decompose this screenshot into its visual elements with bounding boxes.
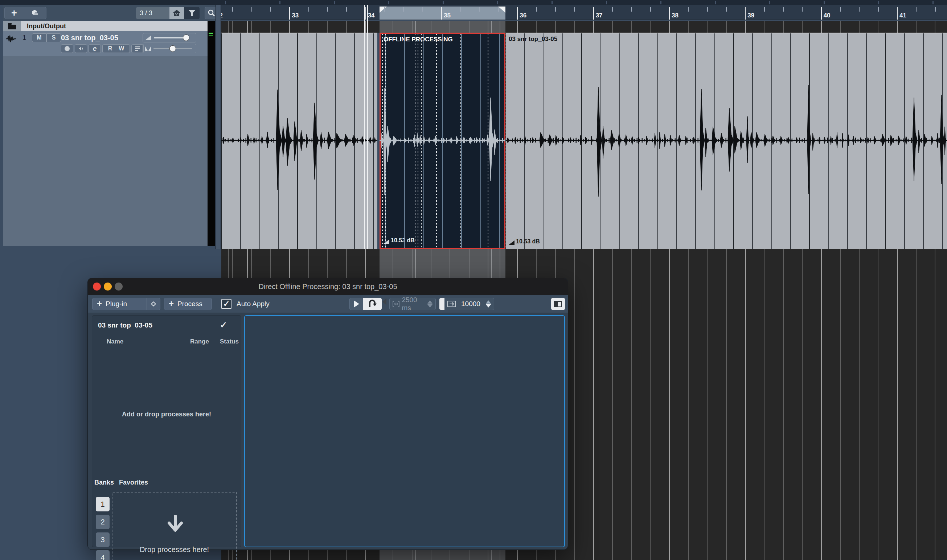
waveform-spike — [238, 139, 239, 142]
waveform-spike — [780, 136, 784, 145]
waveform-spike — [276, 89, 282, 190]
buffer-drag-handle[interactable] — [439, 298, 445, 310]
playhead-line[interactable] — [364, 5, 365, 249]
pan-slider-track-left — [154, 48, 169, 49]
ruler-bar-number: 39 — [747, 12, 755, 19]
window-top-strip — [0, 0, 947, 5]
tab-favorites[interactable]: Favorites — [119, 479, 148, 486]
buffer-field[interactable]: 10000 — [439, 298, 494, 310]
mute-button[interactable]: M — [32, 33, 46, 42]
range-end-handle[interactable] — [498, 6, 505, 13]
track-row[interactable]: 1 M S 03 snr top_03-05 e R W — [3, 31, 208, 56]
waveform-spike — [624, 138, 624, 142]
audition-loop-button[interactable] — [363, 298, 382, 310]
ruler-selection-range[interactable] — [380, 6, 505, 20]
clip-status-check-icon: ✓ — [220, 320, 227, 330]
waveform-spike — [659, 132, 661, 149]
range-start-handle[interactable] — [380, 6, 387, 13]
add-process-button[interactable]: + Process — [164, 298, 212, 310]
plugin-favorites-dropdown[interactable] — [146, 298, 160, 310]
drop-zone-text: Drop processes here! — [112, 546, 236, 554]
pan-slider[interactable] — [143, 44, 196, 53]
bank-button-1[interactable]: 1 — [96, 497, 109, 511]
waveform-spike — [548, 135, 554, 146]
waveform-spike — [675, 138, 675, 143]
ruler-quarter-tick — [726, 7, 727, 12]
waveform-spike — [568, 138, 568, 142]
waveform-spike — [944, 126, 946, 155]
read-automation-label[interactable]: R — [108, 45, 112, 52]
edit-channel-button[interactable]: e — [89, 44, 101, 53]
waveform-spike — [596, 138, 596, 142]
record-enable-button[interactable] — [61, 44, 73, 53]
waveform-spike — [247, 134, 250, 146]
waveform-spike — [236, 140, 236, 141]
volume-slider[interactable] — [143, 33, 196, 42]
write-automation-label[interactable]: W — [119, 45, 124, 52]
ruler-bar-number: 37 — [596, 12, 603, 19]
minimize-button[interactable] — [104, 283, 112, 291]
monitor-button[interactable] — [75, 44, 87, 53]
bank-button-2[interactable]: 2 — [96, 515, 109, 529]
events-list-button[interactable] — [131, 44, 144, 53]
waveform-spike — [306, 134, 309, 148]
audition-loop-icon — [367, 299, 377, 309]
add-plugin-button[interactable]: + Plug-in — [92, 298, 146, 310]
waveform-spike — [591, 136, 593, 145]
waveform-spike — [700, 89, 705, 191]
window-tab-divider — [661, 1, 661, 5]
waveform-spike — [258, 140, 259, 141]
waveform-spike — [740, 131, 745, 150]
waveform-spike — [822, 140, 822, 141]
audition-volume-flyout[interactable] — [382, 298, 386, 305]
preset-agents-icon[interactable] — [30, 8, 40, 18]
bank-button-4[interactable]: 4 — [96, 550, 109, 560]
ruler-bar-line — [517, 7, 518, 20]
ruler-quarter-tick — [783, 7, 784, 12]
tail-steppers[interactable] — [427, 300, 433, 308]
add-track-icon[interactable]: + — [11, 8, 17, 18]
waveform-spike — [662, 139, 662, 142]
waveform-spike — [334, 138, 335, 143]
bank-button-3[interactable]: 3 — [96, 532, 109, 547]
zoom-button[interactable] — [115, 283, 123, 291]
favorites-drop-zone[interactable]: Drop processes here! — [112, 492, 237, 560]
waveform-spike — [682, 140, 683, 141]
list-icon — [135, 46, 140, 51]
waveform-spike — [588, 139, 589, 141]
buffer-down-icon — [486, 304, 491, 308]
waveform-spike — [637, 138, 637, 143]
play-icon — [354, 300, 359, 308]
waveform-spike — [764, 134, 769, 146]
solo-button[interactable]: S — [46, 33, 61, 42]
automation-rw-group[interactable]: R W — [102, 44, 130, 53]
waveform-spike — [530, 138, 530, 143]
track-visibility-home-button[interactable] — [169, 7, 184, 19]
ruler-quarter-tick — [422, 7, 423, 12]
waveform-spike — [597, 87, 602, 197]
buffer-steppers[interactable] — [486, 300, 491, 308]
volume-icon — [145, 35, 151, 40]
track-filter-button[interactable] — [184, 7, 200, 19]
audition-play-button[interactable] — [350, 298, 363, 310]
waveform-spike — [644, 139, 645, 141]
audio-track-icon — [6, 35, 17, 43]
ruler-quarter-tick — [802, 7, 802, 12]
ruler-bar-line — [593, 7, 594, 20]
dialog-title-bar[interactable]: Direct Offline Processing: 03 snr top_03… — [88, 278, 568, 295]
waveform-spike — [746, 117, 749, 163]
pan-slider-knob[interactable] — [169, 45, 176, 52]
close-button[interactable] — [93, 283, 101, 291]
tail-field[interactable]: 2500 ms — [389, 298, 436, 310]
volume-slider-knob[interactable] — [183, 34, 189, 41]
auto-apply-checkbox[interactable]: ✓ — [221, 299, 231, 309]
waveform-spike — [693, 137, 696, 144]
panel-splitter[interactable] — [216, 5, 221, 249]
timeline-ruler[interactable]: 32333435363738394041 — [221, 5, 947, 20]
input-output-header[interactable]: Input/Output — [3, 21, 215, 31]
ruler-quarter-tick — [612, 7, 613, 12]
track-name[interactable]: 03 snr top_03-05 — [61, 34, 118, 42]
waveform-spike — [625, 135, 629, 146]
show-panel-button[interactable] — [551, 298, 565, 310]
tab-banks[interactable]: Banks — [94, 479, 114, 486]
